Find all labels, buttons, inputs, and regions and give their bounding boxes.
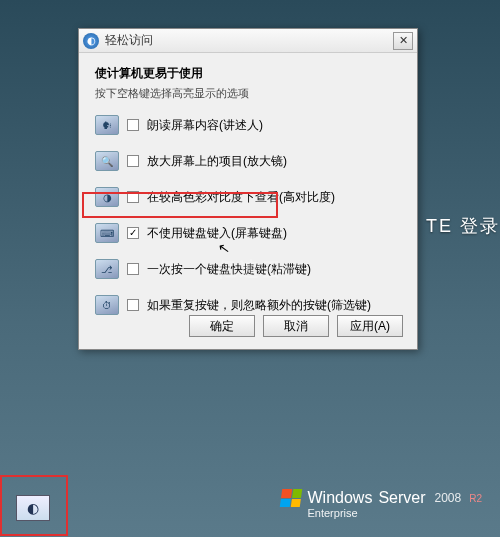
apply-button[interactable]: 应用(A) (337, 315, 403, 337)
osk-icon: ⌨ (95, 223, 119, 243)
magnifier-icon: 🔍 (95, 151, 119, 171)
narrator-checkbox[interactable] (127, 119, 139, 131)
option-label: 朗读屏幕内容(讲述人) (147, 117, 263, 134)
narrator-icon: 🗣 (95, 115, 119, 135)
option-label: 在较高色彩对比度下查看(高对比度) (147, 189, 335, 206)
option-filter[interactable]: ⏱ 如果重复按键，则忽略额外的按键(筛选键) (95, 295, 401, 315)
contrast-checkbox[interactable] (127, 191, 139, 203)
sticky-icon: ⎇ (95, 259, 119, 279)
option-osk[interactable]: ⌨ ✓ 不使用键盘键入(屏幕键盘) (95, 223, 401, 243)
option-contrast[interactable]: ◑ 在较高色彩对比度下查看(高对比度) (95, 187, 401, 207)
option-narrator[interactable]: 🗣 朗读屏幕内容(讲述人) (95, 115, 401, 135)
ease-of-access-dialog: ◐ 轻松访问 ✕ 使计算机更易于使用 按下空格键选择高亮显示的选项 🗣 朗读屏幕… (78, 28, 418, 350)
brand-windows: Windows (307, 489, 372, 507)
option-sticky[interactable]: ⎇ 一次按一个键盘快捷键(粘滞键) (95, 259, 401, 279)
ease-of-access-taskbar-button[interactable]: ◐ (16, 495, 50, 521)
dialog-button-row: 确定 取消 应用(A) (189, 315, 403, 337)
close-button[interactable]: ✕ (393, 32, 413, 50)
option-label: 不使用键盘键入(屏幕键盘) (147, 225, 287, 242)
brand-year: 2008 (435, 491, 462, 505)
ease-of-access-icon: ◐ (83, 33, 99, 49)
option-label: 一次按一个键盘快捷键(粘滞键) (147, 261, 311, 278)
titlebar[interactable]: ◐ 轻松访问 ✕ (79, 29, 417, 53)
background-login-text: TE 登录 (426, 214, 500, 238)
dialog-subheading: 按下空格键选择高亮显示的选项 (95, 86, 401, 101)
filter-icon: ⏱ (95, 295, 119, 315)
windows-branding: Windows Server 2008 R2 Enterprise (281, 489, 482, 519)
osk-checkbox[interactable]: ✓ (127, 227, 139, 239)
magnifier-checkbox[interactable] (127, 155, 139, 167)
option-magnifier[interactable]: 🔍 放大屏幕上的项目(放大镜) (95, 151, 401, 171)
cancel-button[interactable]: 取消 (263, 315, 329, 337)
dialog-title: 轻松访问 (105, 32, 393, 49)
option-label: 如果重复按键，则忽略额外的按键(筛选键) (147, 297, 371, 314)
filter-checkbox[interactable] (127, 299, 139, 311)
brand-edition: Enterprise (307, 507, 482, 519)
dialog-body: 使计算机更易于使用 按下空格键选择高亮显示的选项 🗣 朗读屏幕内容(讲述人) 🔍… (79, 53, 417, 343)
dialog-heading: 使计算机更易于使用 (95, 65, 401, 82)
ok-button[interactable]: 确定 (189, 315, 255, 337)
option-label: 放大屏幕上的项目(放大镜) (147, 153, 287, 170)
brand-r2: R2 (469, 493, 482, 504)
contrast-icon: ◑ (95, 187, 119, 207)
sticky-checkbox[interactable] (127, 263, 139, 275)
windows-flag-icon (280, 489, 303, 507)
brand-server: Server (378, 489, 425, 507)
